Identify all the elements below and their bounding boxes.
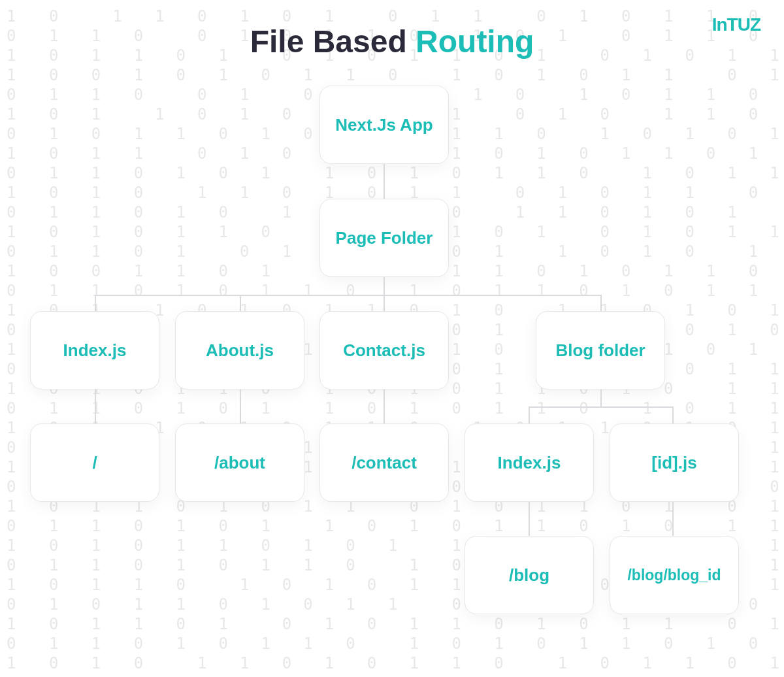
connector xyxy=(529,502,530,536)
connector xyxy=(384,295,385,311)
title-part-1: File Based xyxy=(250,24,416,59)
node-nextjs-app: Next.Js App xyxy=(319,86,449,164)
node-route-contact: /contact xyxy=(319,423,449,502)
connector xyxy=(95,295,602,296)
node-route-blog: /blog xyxy=(465,536,594,614)
connector xyxy=(672,406,674,423)
node-route-root: / xyxy=(30,423,159,502)
connector xyxy=(384,164,385,199)
node-route-about: /about xyxy=(175,423,304,502)
connector xyxy=(384,389,385,423)
connector xyxy=(529,406,530,423)
connector xyxy=(384,277,385,295)
node-index-js: Index.js xyxy=(30,311,159,389)
connector xyxy=(600,295,602,311)
connector xyxy=(600,389,602,407)
node-about-js: About.js xyxy=(175,311,304,389)
connector xyxy=(529,406,674,408)
node-contact-js: Contact.js xyxy=(319,311,449,389)
title-part-2: Routing xyxy=(416,24,534,59)
connector xyxy=(672,502,674,536)
node-blog-folder: Blog folder xyxy=(536,311,665,389)
page-title: File Based Routing xyxy=(0,0,784,59)
node-page-folder: Page Folder xyxy=(319,199,449,277)
connector xyxy=(95,389,96,423)
connector xyxy=(240,295,241,311)
connector xyxy=(240,389,241,423)
brand-logo: InTUZ xyxy=(712,14,760,35)
node-route-blog-id: /blog/blog_id xyxy=(610,536,739,614)
node-blog-index-js: Index.js xyxy=(465,423,594,502)
connector xyxy=(95,295,96,311)
node-blog-id-js: [id].js xyxy=(610,423,739,502)
